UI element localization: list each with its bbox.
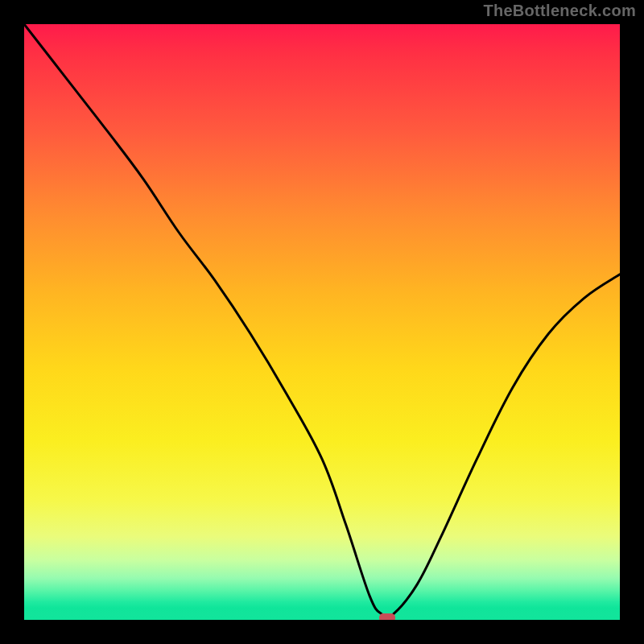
bottleneck-curve-svg [24,24,620,620]
bottleneck-curve-path [24,24,620,617]
chart-frame: TheBottleneck.com [0,0,644,644]
watermark-text: TheBottleneck.com [483,2,636,20]
plot-area [24,24,620,620]
optimal-point-marker [379,613,395,620]
